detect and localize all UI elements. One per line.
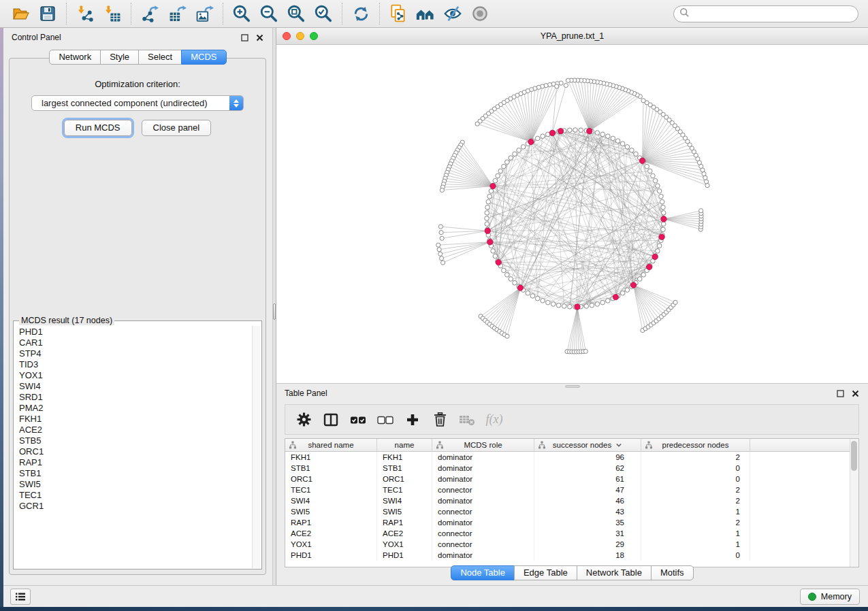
mcds-result-item[interactable]: SWI5 — [14, 479, 252, 490]
new-network-from-selection-icon[interactable] — [388, 3, 408, 24]
new-column-icon[interactable] — [404, 411, 421, 429]
network-graph[interactable] — [276, 45, 868, 382]
table-row[interactable]: STB1STB1dominator620 — [285, 463, 858, 474]
tab-edge-table[interactable]: Edge Table — [514, 565, 577, 580]
mcds-result-item[interactable]: STB5 — [14, 435, 252, 446]
search-input[interactable] — [690, 7, 858, 21]
mcds-result-item[interactable]: STB1 — [14, 468, 252, 479]
mcds-result-item[interactable]: SWI4 — [14, 381, 252, 392]
hide-selected-icon[interactable] — [443, 3, 463, 24]
control-panel: Control Panel NetworkStyleSelectMCDS Opt… — [3, 28, 272, 585]
mcds-result-item[interactable]: GCR1 — [14, 501, 252, 512]
delete-columns-icon[interactable] — [431, 411, 449, 429]
table-cell: connector — [432, 506, 534, 517]
table-cell: 96 — [534, 452, 641, 463]
table-cell: dominator — [432, 517, 534, 528]
table-mode-gear-icon[interactable] — [295, 411, 312, 429]
splitter-handle[interactable] — [273, 303, 276, 320]
table-cell: SWI5 — [285, 506, 377, 517]
zoom-selected-icon[interactable] — [313, 3, 334, 24]
column-header-name[interactable]: name — [377, 439, 432, 451]
mcds-result-item[interactable]: TID3 — [14, 359, 252, 370]
export-table-icon[interactable] — [167, 3, 187, 24]
import-table-icon[interactable] — [102, 3, 123, 24]
toolbar-separator — [66, 3, 67, 24]
tab-network-table[interactable]: Network Table — [577, 565, 652, 580]
zoom-out-icon[interactable] — [259, 3, 279, 24]
first-neighbors-icon[interactable] — [415, 3, 436, 24]
mcds-result-item[interactable]: PHD1 — [14, 327, 252, 337]
float-panel-icon[interactable] — [835, 389, 845, 398]
table-row[interactable]: SWI5SWI5connector431 — [285, 506, 858, 517]
column-header-mcds-role[interactable]: MCDS role — [432, 439, 534, 451]
search-icon — [679, 7, 690, 20]
mcds-result-item[interactable]: YOX1 — [14, 370, 252, 381]
zoom-in-icon[interactable] — [231, 3, 252, 24]
close-panel-icon[interactable] — [850, 389, 860, 398]
search-field[interactable] — [673, 5, 858, 22]
tab-network[interactable]: Network — [49, 50, 101, 65]
table-row[interactable]: FKH1FKH1dominator962 — [285, 452, 858, 463]
application-window: Control Panel NetworkStyleSelectMCDS Opt… — [0, 0, 868, 611]
select-all-icon[interactable] — [349, 411, 367, 429]
column-header-successor-nodes[interactable]: successor nodes — [534, 439, 641, 451]
table-row[interactable]: ORC1ORC1dominator610 — [285, 474, 858, 484]
refresh-icon[interactable] — [351, 3, 371, 24]
mcds-result-item[interactable]: FKH1 — [14, 414, 252, 425]
column-label: name — [395, 441, 415, 449]
table-cell: SWI4 — [377, 495, 432, 506]
table-scrollbar[interactable] — [850, 439, 858, 567]
export-network-icon[interactable] — [140, 3, 160, 24]
table-row[interactable]: PHD1PHD1dominator180 — [285, 550, 858, 561]
open-file-icon[interactable] — [10, 3, 31, 24]
scrollbar-thumb[interactable] — [851, 441, 857, 471]
close-panel-button[interactable]: Close panel — [142, 120, 212, 136]
memory-button[interactable]: Memory — [800, 589, 860, 605]
mcds-result-item[interactable]: RAP1 — [14, 457, 252, 468]
tab-mcds[interactable]: MCDS — [181, 50, 226, 65]
mcds-result-list[interactable]: PHD1CAR1STP4TID3YOX1SWI4SRD1PMA2FKH1ACE2… — [14, 327, 252, 568]
mcds-result-item[interactable]: STP4 — [14, 348, 252, 359]
close-panel-icon[interactable] — [255, 33, 264, 42]
mcds-result-scrollbar[interactable] — [252, 326, 261, 568]
tab-select[interactable]: Select — [138, 50, 182, 65]
table-cell: 2 — [641, 495, 750, 506]
export-image-icon[interactable] — [194, 3, 214, 24]
zoom-fit-icon[interactable] — [286, 3, 306, 24]
mcds-result-item[interactable]: ORC1 — [14, 446, 252, 457]
mcds-result-item[interactable]: PMA2 — [14, 403, 252, 414]
tab-motifs[interactable]: Motifs — [651, 565, 694, 580]
run-mcds-button[interactable]: Run MCDS — [64, 120, 132, 136]
memory-label: Memory — [821, 592, 852, 601]
table-cell: 46 — [534, 495, 641, 506]
table-row[interactable]: RAP1RAP1dominator352 — [285, 517, 858, 528]
table-cell: RAP1 — [285, 517, 377, 528]
column-header-predecessor-nodes[interactable]: predecessor nodes — [641, 439, 750, 451]
optimization-criterion-select[interactable]: largest connected component (undirected) — [31, 95, 244, 111]
float-panel-icon[interactable] — [240, 33, 249, 42]
table-row[interactable]: SWI4SWI4dominator462 — [285, 495, 858, 506]
mcds-tab-content: Optimization criterion: largest connecte… — [9, 58, 266, 575]
table-cell: PHD1 — [377, 550, 432, 561]
table-row[interactable]: ACE2ACE2connector311 — [285, 528, 858, 539]
network-window-titlebar[interactable]: YPA_prune.txt_1 — [276, 28, 868, 45]
mcds-result-item[interactable]: SRD1 — [14, 392, 252, 403]
show-columns-icon[interactable] — [322, 411, 340, 429]
network-canvas[interactable] — [276, 45, 868, 382]
deselect-all-icon[interactable] — [376, 411, 394, 429]
tab-style[interactable]: Style — [100, 50, 139, 65]
task-history-button[interactable] — [10, 589, 31, 605]
import-network-icon[interactable] — [75, 3, 95, 24]
column-header-shared-name[interactable]: shared name — [285, 439, 377, 451]
table-cell: PHD1 — [285, 550, 377, 561]
tab-node-table[interactable]: Node Table — [451, 565, 515, 580]
splitter-handle-horizontal[interactable] — [565, 385, 580, 388]
mcds-result-item[interactable]: CAR1 — [14, 337, 252, 348]
table-row[interactable]: TEC1TEC1connector472 — [285, 484, 858, 495]
network-window-title: YPA_prune.txt_1 — [276, 31, 868, 41]
table-row[interactable]: YOX1YOX1connector291 — [285, 539, 858, 550]
mcds-result-item[interactable]: TEC1 — [14, 490, 252, 501]
mcds-result-item[interactable]: ACE2 — [14, 425, 252, 435]
show-all-icon[interactable] — [470, 3, 490, 24]
save-session-icon[interactable] — [37, 3, 58, 24]
